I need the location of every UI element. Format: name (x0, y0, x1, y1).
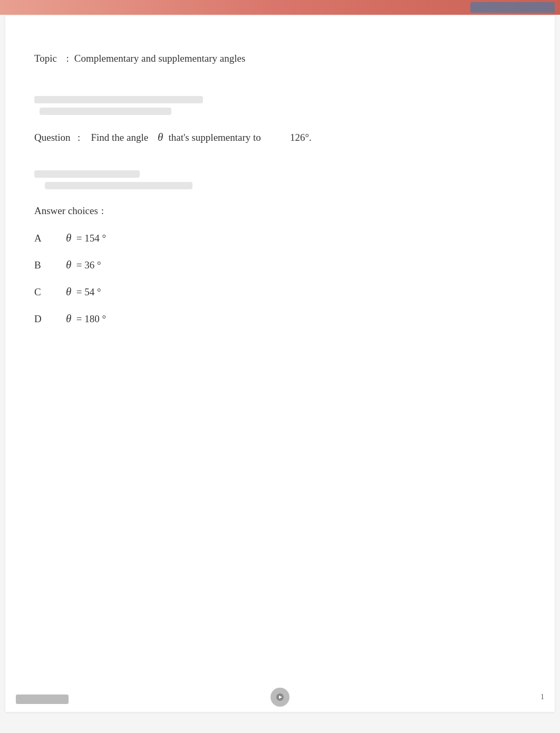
page-number: 1 (540, 693, 544, 701)
topic-separator: : (66, 53, 69, 64)
choice-theta-d: θ (66, 312, 71, 325)
topic-text: Complementary and supplementary angles (74, 53, 246, 64)
bottom-left-bar (16, 695, 69, 704)
choice-value-c: θ = 54 ° (66, 285, 101, 298)
answer-choices-colon: : (101, 205, 104, 217)
page-content: Topic : Complementary and supplementary … (5, 16, 555, 712)
question-supplementary: that's supplementary to (168, 132, 260, 143)
choice-theta-c: θ (66, 285, 71, 298)
blur-section-2 (34, 170, 526, 189)
blur-line-3 (34, 170, 140, 178)
choice-value-a: θ = 154 ° (66, 232, 106, 245)
answer-choices-label: Answer choices (34, 205, 98, 217)
answer-choices-section: Answer choices : A θ = 154 ° B θ = 36 ° … (34, 205, 526, 325)
choice-value-d: θ = 180 ° (66, 312, 106, 325)
center-icon-svg (275, 692, 285, 702)
choice-theta-a: θ (66, 232, 71, 244)
question-label: Question (34, 132, 71, 143)
choice-row-d: D θ = 180 ° (34, 312, 526, 325)
top-bar (0, 0, 560, 15)
question-value: 126°. (290, 132, 312, 143)
topic-line: Topic : Complementary and supplementary … (34, 53, 526, 64)
choice-row-a: A θ = 154 ° (34, 232, 526, 245)
choice-row-b: B θ = 36 ° (34, 258, 526, 272)
blur-line-1 (34, 96, 203, 103)
question-section: Question : Find the angle θ that's suppl… (34, 131, 526, 144)
blur-line-4 (45, 182, 192, 189)
topic-label: Topic (34, 53, 57, 64)
choice-letter-c: C (34, 286, 66, 298)
choice-letter-d: D (34, 313, 66, 325)
topic-colon (59, 53, 64, 64)
choice-value-b: θ = 36 ° (66, 258, 101, 272)
blur-line-2 (40, 108, 171, 115)
question-theta: θ (158, 131, 163, 144)
blur-section-1 (34, 96, 526, 115)
top-bar-button[interactable] (470, 2, 555, 13)
question-colon-space: : (73, 132, 81, 143)
choice-letter-a: A (34, 233, 66, 244)
answer-choices-header: Answer choices : (34, 205, 526, 217)
question-find: Find the angle (91, 132, 148, 143)
choice-letter-b: B (34, 259, 66, 271)
choice-row-c: C θ = 54 ° (34, 285, 526, 298)
bottom-center-icon (271, 688, 289, 707)
question-line: Question : Find the angle θ that's suppl… (34, 131, 526, 144)
choice-theta-b: θ (66, 258, 71, 271)
